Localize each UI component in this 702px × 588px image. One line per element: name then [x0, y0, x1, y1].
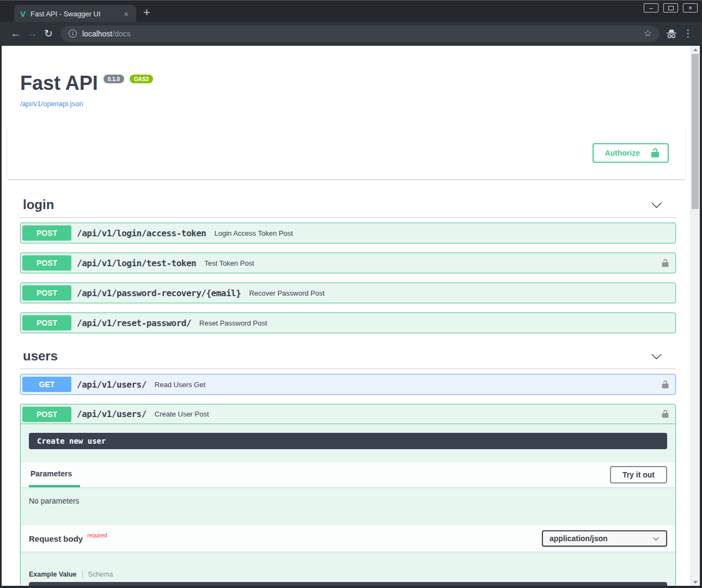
reload-icon[interactable]: ↻: [40, 27, 57, 40]
parameters-tab: Parameters: [29, 462, 80, 487]
opblock-summary[interactable]: POST /api/v1/login/access-token Login Ac…: [21, 223, 675, 243]
tab-close-icon[interactable]: ×: [121, 9, 131, 19]
opblock-read-users: GET /api/v1/users/ Read Users Get: [20, 374, 676, 395]
endpoint-path: /api/v1/reset-password/: [77, 318, 191, 328]
endpoint-path: /api/v1/login/test-token: [77, 258, 196, 268]
browser-titlebar: V Fast API - Swagger UI × + – ×: [0, 0, 702, 22]
auth-lock-icon[interactable]: [661, 259, 670, 268]
bookmark-star-icon[interactable]: ☆: [644, 28, 652, 39]
method-badge: GET: [22, 377, 71, 392]
schema-tab[interactable]: Schema: [88, 571, 113, 578]
swagger-page: Fast API 0.1.0 OAS3 /api/v1/openapi.json…: [2, 46, 700, 586]
maximize-icon: [668, 6, 674, 10]
opblock-summary[interactable]: POST /api/v1/password-recovery/{email} R…: [21, 283, 675, 303]
scheme-container: Authorize: [7, 127, 685, 179]
address-bar[interactable]: i localhost/docs ☆: [61, 26, 660, 42]
page-title: Fast API: [20, 72, 98, 95]
opblock-summary[interactable]: POST /api/v1/login/test-token Test Token…: [21, 253, 675, 273]
api-info: Fast API 0.1.0 OAS3 /api/v1/openapi.json: [20, 46, 676, 108]
endpoint-summary: Read Users Get: [155, 381, 205, 389]
opblock-summary[interactable]: GET /api/v1/users/ Read Users Get: [21, 375, 675, 394]
request-body-label: Request body: [29, 534, 83, 543]
operation-description: Create new user: [29, 433, 667, 449]
endpoint-path: /api/v1/users/: [77, 379, 146, 390]
browser-menu-icon[interactable]: ⋮: [681, 28, 694, 39]
opblock-reset-password: POST /api/v1/reset-password/ Reset Passw…: [20, 313, 676, 333]
tag-title: users: [23, 348, 58, 364]
example-code-block: {: [29, 582, 667, 586]
oas3-badge: OAS3: [130, 75, 153, 83]
window-controls: – ×: [644, 3, 698, 13]
example-area: Example Value Schema {: [21, 552, 675, 586]
opblock-summary[interactable]: POST /api/v1/users/ Create User Post: [21, 405, 675, 424]
opblock-create-user: POST /api/v1/users/ Create User Post Cre…: [20, 404, 676, 586]
url-path: /docs: [112, 29, 130, 38]
endpoint-path: /api/v1/password-recovery/{email}: [77, 288, 241, 298]
auth-lock-icon[interactable]: [661, 380, 670, 389]
example-value-tab[interactable]: Example Value: [29, 571, 77, 578]
endpoint-path: /api/v1/login/access-token: [77, 228, 206, 238]
scrollbar-thumb[interactable]: [692, 54, 699, 209]
favicon-icon: V: [20, 9, 26, 19]
opblock-body: Create new user Parameters Try it out No…: [21, 433, 675, 586]
tag-section-login: login POST /api/v1/login/access-token Lo…: [20, 191, 676, 333]
incognito-icon[interactable]: [665, 28, 681, 39]
scroll-up-arrow[interactable]: [691, 46, 700, 53]
tag-header-login[interactable]: login: [20, 191, 676, 218]
openapi-spec-link[interactable]: /api/v1/openapi.json: [20, 100, 83, 108]
method-badge: POST: [22, 225, 71, 241]
tag-title: login: [23, 197, 54, 213]
version-badge: 0.1.0: [103, 75, 124, 83]
tab-title: Fast API - Swagger UI: [30, 10, 121, 18]
media-type-select[interactable]: application/json: [542, 530, 667, 547]
endpoint-summary: Login Access Token Post: [214, 229, 292, 237]
tab-divider: [82, 570, 83, 578]
auth-lock-icon[interactable]: [661, 409, 670, 419]
endpoint-summary: Reset Password Post: [199, 319, 267, 327]
forward-icon[interactable]: →: [24, 28, 40, 40]
method-badge: POST: [22, 255, 71, 271]
opblock-login-access-token: POST /api/v1/login/access-token Login Ac…: [20, 223, 676, 243]
maximize-button[interactable]: [663, 3, 678, 13]
opblock-login-test-token: POST /api/v1/login/test-token Test Token…: [20, 253, 676, 273]
endpoint-summary: Recover Password Post: [249, 289, 325, 297]
back-icon[interactable]: ←: [8, 28, 24, 40]
browser-tab[interactable]: V Fast API - Swagger UI ×: [14, 5, 136, 22]
scroll-down-arrow[interactable]: [691, 578, 700, 586]
chevron-down-icon[interactable]: [651, 351, 662, 362]
new-tab-button[interactable]: +: [143, 7, 150, 19]
endpoint-summary: Test Token Post: [204, 259, 254, 267]
authorize-label: Authorize: [605, 149, 640, 157]
tag-header-users[interactable]: users: [20, 342, 676, 369]
opblock-password-recovery: POST /api/v1/password-recovery/{email} R…: [20, 283, 676, 303]
no-parameters-text: No parameters: [21, 487, 675, 514]
endpoint-path: /api/v1/users/: [77, 409, 146, 419]
request-body-header: Request body required application/json: [21, 525, 675, 552]
required-label: required: [87, 532, 107, 538]
try-it-out-button[interactable]: Try it out: [610, 466, 667, 483]
unlock-icon: [650, 148, 661, 158]
authorize-button[interactable]: Authorize: [593, 143, 669, 163]
media-type-value: application/json: [550, 534, 608, 543]
parameters-header: Parameters Try it out: [21, 462, 675, 487]
site-info-icon[interactable]: i: [69, 29, 77, 38]
close-window-button[interactable]: ×: [683, 3, 698, 13]
browser-navbar: ← → ↻ i localhost/docs ☆ ⋮: [0, 22, 702, 46]
opblock-summary[interactable]: POST /api/v1/reset-password/ Reset Passw…: [21, 313, 675, 333]
select-chevron-icon: [652, 535, 660, 542]
method-badge: POST: [22, 407, 71, 422]
tag-section-users: users GET /api/v1/users/ Read Users Get: [20, 342, 676, 586]
method-badge: POST: [22, 315, 71, 330]
page-scrollbar[interactable]: [691, 46, 700, 586]
method-badge: POST: [22, 285, 71, 301]
minimize-button[interactable]: –: [644, 3, 658, 13]
endpoint-summary: Create User Post: [155, 410, 209, 418]
chevron-down-icon[interactable]: [651, 199, 662, 211]
url-host: localhost: [82, 29, 112, 38]
